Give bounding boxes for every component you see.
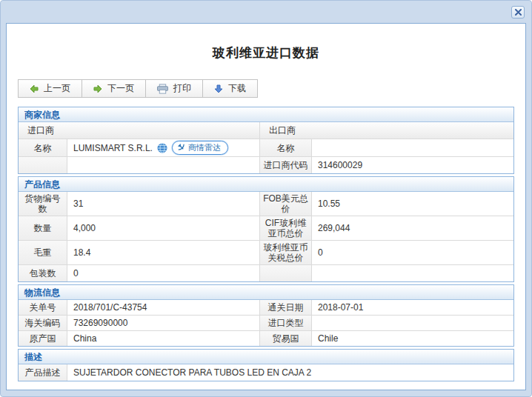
close-icon <box>515 7 522 18</box>
clearance-date-value: 2018-07-01 <box>312 300 513 315</box>
arrow-left-icon <box>30 84 39 93</box>
trade-country-value: Chile <box>312 331 513 346</box>
section-logistics: 物流信息 关单号 2018/701/C-43754 通关日期 2018-07-0… <box>18 284 514 347</box>
importer-group-header: 进口商 <box>19 122 260 139</box>
print-button[interactable]: 打印 <box>145 79 203 98</box>
product-description-value: SUJETARDOR CONECTOR PARA TUBOS LED EN CA… <box>67 364 513 381</box>
gross-weight-value: 18.4 <box>67 241 260 264</box>
section-merchant: 商家信息 进口商 出口商 名称 LUMISMART S.R.L. <box>18 107 514 174</box>
section-description: 描述 产品描述 SUJETARDOR CONECTOR PARA TUBOS L… <box>18 349 514 381</box>
tariff-total-value: 0 <box>312 241 513 264</box>
download-button[interactable]: 下载 <box>202 79 258 98</box>
table-row: 关单号 2018/701/C-43754 通关日期 2018-07-01 <box>19 300 513 315</box>
quantity-label: 数量 <box>19 216 67 240</box>
empty-value <box>312 265 513 281</box>
business-radar-link[interactable]: 商情雷达 <box>172 141 228 155</box>
table-row: 名称 LUMISMART S.R.L. 商情雷达 名称 <box>19 139 513 156</box>
empty-label <box>19 157 67 173</box>
hs-code-label: 海关编码 <box>19 316 67 330</box>
hs-code-value: 73269090000 <box>67 316 260 330</box>
printer-icon <box>157 84 168 94</box>
dialog-titlebar <box>1 1 531 23</box>
cif-total-value: 269,044 <box>312 216 513 240</box>
import-type-value <box>312 316 513 330</box>
section-merchant-title: 商家信息 <box>19 107 513 122</box>
importer-name-label: 名称 <box>19 139 67 156</box>
radar-icon <box>177 143 185 153</box>
importer-name-value: LUMISMART S.R.L. <box>73 143 153 153</box>
product-description-label: 产品描述 <box>19 364 67 381</box>
section-description-title: 描述 <box>19 350 513 364</box>
data-sections: 商家信息 进口商 出口商 名称 LUMISMART S.R.L. <box>18 107 514 381</box>
section-logistics-title: 物流信息 <box>19 285 513 300</box>
table-row: 原产国 China 贸易国 Chile <box>19 330 513 346</box>
importer-code-value: 314600029 <box>312 157 513 173</box>
arrow-down-icon <box>214 84 223 93</box>
table-row: 产品描述 SUJETARDOR CONECTOR PARA TUBOS LED … <box>19 364 513 381</box>
dialog-window: 玻利维亚进口数据 上一页 下一页 打印 <box>0 0 532 397</box>
page-title: 玻利维亚进口数据 <box>7 24 525 61</box>
exporter-name-label: 名称 <box>260 139 312 156</box>
table-row: 货物编号数 31 FOB美元总价 10.55 <box>19 192 513 216</box>
merchant-group-header-row: 进口商 出口商 <box>19 122 513 139</box>
exporter-name-value <box>312 139 513 156</box>
origin-country-label: 原产国 <box>19 331 67 346</box>
table-row: 毛重 18.4 玻利维亚币关税总价 0 <box>19 240 513 264</box>
gross-weight-label: 毛重 <box>19 241 67 264</box>
goods-count-value: 31 <box>67 192 260 216</box>
prev-page-button[interactable]: 上一页 <box>18 79 82 98</box>
toolbar: 上一页 下一页 打印 下载 <box>18 79 525 98</box>
trade-country-label: 贸易国 <box>260 331 312 346</box>
table-row: 包装数 0 <box>19 264 513 281</box>
package-count-value: 0 <box>67 265 260 281</box>
goods-count-label: 货物编号数 <box>19 192 67 216</box>
table-row: 进口商代码 314600029 <box>19 156 513 173</box>
radar-label: 商情雷达 <box>188 142 221 153</box>
import-type-label: 进口类型 <box>260 316 312 330</box>
exporter-group-header: 出口商 <box>260 122 513 139</box>
importer-code-label: 进口商代码 <box>260 157 312 173</box>
customs-no-value: 2018/701/C-43754 <box>67 300 260 315</box>
clearance-date-label: 通关日期 <box>260 300 312 315</box>
fob-usd-label: FOB美元总价 <box>260 192 312 216</box>
print-label: 打印 <box>173 82 191 95</box>
tariff-total-label: 玻利维亚币关税总价 <box>260 241 312 264</box>
section-product: 产品信息 货物编号数 31 FOB美元总价 10.55 数量 4,000 CIF… <box>18 176 514 282</box>
fob-usd-value: 10.55 <box>312 192 513 216</box>
package-count-label: 包装数 <box>19 265 67 281</box>
table-row: 数量 4,000 CIF玻利维亚币总价 269,044 <box>19 216 513 240</box>
empty-label <box>260 265 312 281</box>
table-row: 海关编码 73269090000 进口类型 <box>19 315 513 330</box>
next-page-label: 下一页 <box>107 82 134 95</box>
arrow-right-icon <box>93 84 102 93</box>
download-label: 下载 <box>228 82 246 95</box>
close-button[interactable] <box>511 6 525 19</box>
prev-page-label: 上一页 <box>44 82 70 95</box>
quantity-value: 4,000 <box>67 216 260 240</box>
origin-country-value: China <box>67 331 260 346</box>
dialog-content-panel: 玻利维亚进口数据 上一页 下一页 打印 <box>6 23 526 390</box>
importer-name-cell: LUMISMART S.R.L. 商情雷达 <box>67 139 260 156</box>
empty-value <box>67 157 260 173</box>
cif-total-label: CIF玻利维亚币总价 <box>260 216 312 240</box>
globe-icon[interactable] <box>157 143 167 153</box>
customs-no-label: 关单号 <box>19 300 67 315</box>
section-product-title: 产品信息 <box>19 177 513 192</box>
next-page-button[interactable]: 下一页 <box>82 79 146 98</box>
